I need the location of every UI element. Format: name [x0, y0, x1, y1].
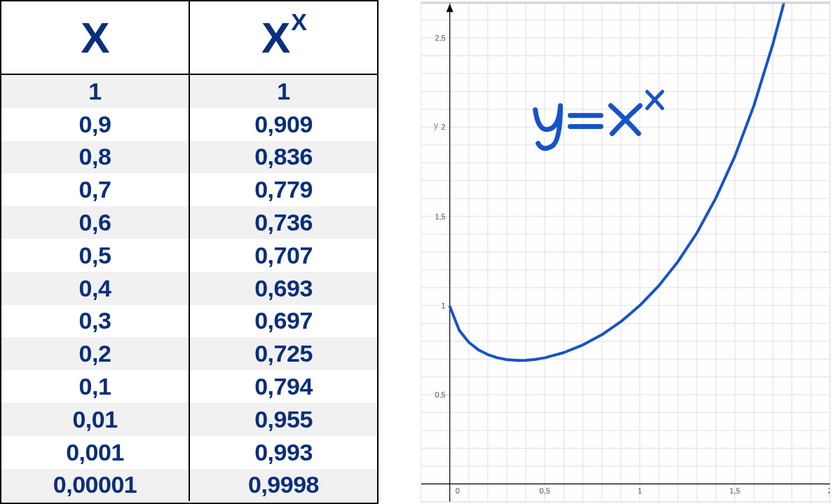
cell-y: 0,725 [190, 337, 377, 370]
table-row: 0,90,909 [1, 108, 377, 141]
cell-y: 0,794 [190, 370, 377, 403]
cell-x: 1 [1, 75, 190, 108]
cell-y: 0,993 [190, 436, 377, 469]
table-body: 110,90,9090,80,8360,70,7790,60,7360,50,7… [1, 75, 377, 501]
y-axis-label: y [434, 121, 438, 130]
y-tick-label: 0,5 [435, 390, 445, 399]
table-row: 11 [1, 75, 377, 108]
table-row: 0,20,725 [1, 337, 377, 370]
x-tick-label: 1,5 [730, 486, 740, 495]
cell-y: 0,909 [190, 108, 377, 141]
cell-y: 0,707 [190, 239, 377, 272]
cell-x: 0,01 [1, 403, 190, 436]
cell-x: 0,8 [1, 141, 190, 174]
y-tick-label: 2 [442, 123, 446, 131]
cell-x: 0,001 [1, 436, 190, 469]
data-table: X XX 110,90,9090,80,8360,70,7790,60,7360… [0, 0, 379, 504]
y-tick-label: 1,5 [435, 212, 445, 221]
x-tick-label: 2 [828, 486, 830, 495]
table-row: 0,000010,9998 [1, 469, 377, 502]
equation-annotation [536, 92, 662, 149]
cell-x: 0,6 [1, 206, 190, 239]
cell-x: 0,4 [1, 272, 190, 305]
table-row: 0,0010,993 [1, 436, 377, 469]
col-header-x: X [1, 1, 190, 74]
graph-panel: 00,511,520,511,522,5 y [421, 1, 831, 503]
table-row: 0,30,697 [1, 305, 377, 338]
table-row: 0,010,955 [1, 403, 377, 436]
x-tick-label: 1 [638, 486, 642, 495]
cell-x: 0,2 [1, 337, 190, 370]
y-tick-label: 2,5 [435, 34, 445, 42]
cell-x: 0,5 [1, 239, 190, 272]
table-row: 0,70,779 [1, 173, 377, 206]
table-row: 0,50,707 [1, 239, 377, 272]
cell-y: 0,955 [190, 403, 377, 436]
cell-y: 0,697 [190, 305, 377, 338]
cell-y: 0,9998 [190, 469, 377, 502]
tick-labels: 00,511,520,511,522,5 [435, 34, 830, 495]
table-row: 0,40,693 [1, 272, 377, 305]
cell-x: 0,3 [1, 305, 190, 338]
graph-svg: 00,511,520,511,522,5 y [421, 2, 830, 502]
x-tick-label: 0,5 [540, 486, 550, 495]
table-row: 0,60,736 [1, 206, 377, 239]
table-row: 0,10,794 [1, 370, 377, 403]
table-row: 0,80,836 [1, 141, 377, 174]
col-header-xx: XX [190, 1, 377, 74]
table-header: X XX [1, 1, 377, 75]
cell-y: 0,736 [190, 206, 377, 239]
cell-y: 1 [190, 75, 377, 108]
x-tick-label: 0 [456, 486, 460, 495]
cell-x: 0,1 [1, 370, 190, 403]
cell-x: 0,00001 [1, 469, 190, 502]
cell-x: 0,9 [1, 108, 190, 141]
cell-y: 0,693 [190, 272, 377, 305]
cell-y: 0,779 [190, 173, 377, 206]
grid [421, 2, 830, 502]
y-tick-label: 1 [442, 301, 446, 310]
cell-y: 0,836 [190, 141, 377, 174]
cell-x: 0,7 [1, 173, 190, 206]
